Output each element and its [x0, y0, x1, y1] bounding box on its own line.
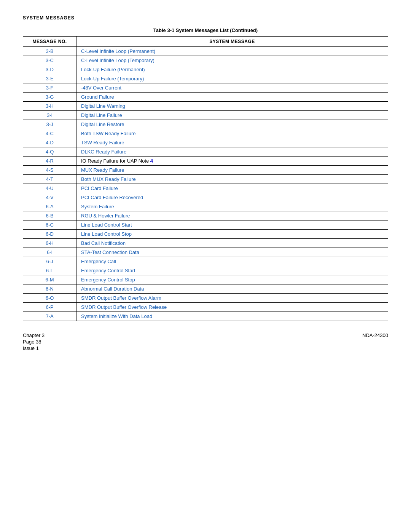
msg-no-cell: 6-O: [23, 294, 76, 303]
table-row: 4-VPCI Card Failure Recovered: [23, 193, 388, 202]
sys-msg-cell: MUX Ready Failure: [76, 166, 388, 175]
msg-no-cell: 3-I: [23, 111, 76, 120]
sys-msg-cell: SMDR Output Buffer Overflow Alarm: [76, 294, 388, 303]
footer-doc-number: NDA-24300: [362, 332, 388, 338]
table-row: 6-OSMDR Output Buffer Overflow Alarm: [23, 294, 388, 303]
msg-no-cell: 7-A: [23, 312, 76, 321]
table-row: 4-DTSW Ready Failure: [23, 138, 388, 147]
table-row: 3-BC-Level Infinite Loop (Permanent): [23, 47, 388, 56]
sys-msg-cell: System Initialize With Data Load: [76, 312, 388, 321]
msg-no-cell: 4-V: [23, 193, 76, 202]
col-header-msg-no: Message No.: [23, 37, 76, 47]
sys-msg-cell: Lock-Up Failure (Permanent): [76, 65, 388, 74]
msg-no-cell: 6-D: [23, 230, 76, 239]
msg-no-cell: 4-R: [23, 157, 76, 166]
sys-msg-cell: Both MUX Ready Failure: [76, 175, 388, 184]
table-row: 3-HDigital Line Warning: [23, 102, 388, 111]
footer-issue: Issue 1: [23, 345, 45, 351]
table-row: 3-JDigital Line Restore: [23, 120, 388, 129]
table-row: 3-CC-Level Infinite Loop (Temporary): [23, 56, 388, 65]
msg-no-cell: 3-D: [23, 65, 76, 74]
sys-msg-cell: IO Ready Failure for UAP Note 4: [76, 157, 388, 166]
msg-no-cell: 3-J: [23, 120, 76, 129]
sys-msg-cell: Emergency Control Start: [76, 266, 388, 275]
table-row: 3-IDigital Line Failure: [23, 111, 388, 120]
table-row: 6-PSMDR Output Buffer Overflow Release: [23, 303, 388, 312]
table-row: 6-MEmergency Control Stop: [23, 275, 388, 284]
msg-no-cell: 6-C: [23, 220, 76, 230]
msg-no-cell: 3-E: [23, 74, 76, 83]
sys-msg-cell: -48V Over Current: [76, 83, 388, 93]
sys-msg-cell: RGU & Howler Failure: [76, 211, 388, 220]
table-row: 4-QDLKC Ready Failure: [23, 147, 388, 157]
sys-msg-cell: Bad Call Notification: [76, 239, 388, 248]
sys-msg-cell: TSW Ready Failure: [76, 138, 388, 147]
msg-no-cell: 4-Q: [23, 147, 76, 157]
sys-msg-cell: Digital Line Failure: [76, 111, 388, 120]
sys-msg-cell: Line Load Control Start: [76, 220, 388, 230]
msg-no-cell: 6-N: [23, 284, 76, 294]
table-row: 4-UPCI Card Failure: [23, 184, 388, 193]
footer-page: Page 38: [23, 339, 45, 345]
table-row: 3-DLock-Up Failure (Permanent): [23, 65, 388, 74]
table-row: 6-LEmergency Control Start: [23, 266, 388, 275]
msg-no-cell: 4-C: [23, 129, 76, 138]
table-row: 4-TBoth MUX Ready Failure: [23, 175, 388, 184]
sys-msg-cell: Emergency Call: [76, 257, 388, 266]
msg-no-cell: 4-D: [23, 138, 76, 147]
msg-no-cell: 3-F: [23, 83, 76, 93]
msg-no-cell: 6-M: [23, 275, 76, 284]
table-row: 6-JEmergency Call: [23, 257, 388, 266]
table-row: 6-NAbnormal Call Duration Data: [23, 284, 388, 294]
table-row: 6-ISTA-Test Connection Data: [23, 248, 388, 257]
table-title: Table 3-1 System Messages List (Continue…: [23, 27, 388, 33]
sys-msg-cell: C-Level Infinite Loop (Permanent): [76, 47, 388, 56]
sys-msg-cell: PCI Card Failure Recovered: [76, 193, 388, 202]
sys-msg-cell: System Failure: [76, 202, 388, 211]
table-row: 7-ASystem Initialize With Data Load: [23, 312, 388, 321]
msg-no-cell: 4-T: [23, 175, 76, 184]
msg-no-cell: 4-S: [23, 166, 76, 175]
msg-no-cell: 3-H: [23, 102, 76, 111]
table-row: 6-HBad Call Notification: [23, 239, 388, 248]
table-row: 6-DLine Load Control Stop: [23, 230, 388, 239]
table-row: 4-SMUX Ready Failure: [23, 166, 388, 175]
sys-msg-cell: DLKC Ready Failure: [76, 147, 388, 157]
table-row: 4-CBoth TSW Ready Failure: [23, 129, 388, 138]
table-row: 4-RIO Ready Failure for UAP Note 4: [23, 157, 388, 166]
msg-no-cell: 6-L: [23, 266, 76, 275]
msg-no-cell: 3-C: [23, 56, 76, 65]
msg-no-cell: 6-A: [23, 202, 76, 211]
msg-no-cell: 6-I: [23, 248, 76, 257]
sys-msg-cell: Digital Line Warning: [76, 102, 388, 111]
sys-msg-cell: Ground Failure: [76, 93, 388, 102]
footer-chapter: Chapter 3: [23, 332, 45, 338]
table-row: 6-CLine Load Control Start: [23, 220, 388, 230]
sys-msg-cell: Digital Line Restore: [76, 120, 388, 129]
footer-right: NDA-24300: [362, 332, 388, 351]
table-row: 3-F-48V Over Current: [23, 83, 388, 93]
sys-msg-cell: Lock-Up Failure (Temporary): [76, 74, 388, 83]
msg-no-cell: 6-P: [23, 303, 76, 312]
msg-no-cell: 6-J: [23, 257, 76, 266]
table-row: 6-ASystem Failure: [23, 202, 388, 211]
sys-msg-cell: Emergency Control Stop: [76, 275, 388, 284]
msg-no-cell: 3-G: [23, 93, 76, 102]
msg-no-cell: 3-B: [23, 47, 76, 56]
sys-msg-cell: STA-Test Connection Data: [76, 248, 388, 257]
table-row: 3-ELock-Up Failure (Temporary): [23, 74, 388, 83]
sys-msg-cell: SMDR Output Buffer Overflow Release: [76, 303, 388, 312]
sys-msg-cell: Both TSW Ready Failure: [76, 129, 388, 138]
col-header-sys-msg: System Message: [76, 37, 388, 47]
table-row: 6-BRGU & Howler Failure: [23, 211, 388, 220]
page-header: System Messages: [23, 15, 388, 21]
footer-left: Chapter 3 Page 38 Issue 1: [23, 332, 45, 351]
sys-msg-cell: PCI Card Failure: [76, 184, 388, 193]
msg-no-cell: 6-B: [23, 211, 76, 220]
sys-msg-cell: Line Load Control Stop: [76, 230, 388, 239]
sys-msg-cell: Abnormal Call Duration Data: [76, 284, 388, 294]
msg-no-cell: 6-H: [23, 239, 76, 248]
table-row: 3-GGround Failure: [23, 93, 388, 102]
msg-no-cell: 4-U: [23, 184, 76, 193]
system-messages-table: Message No. System Message 3-BC-Level In…: [23, 36, 388, 321]
